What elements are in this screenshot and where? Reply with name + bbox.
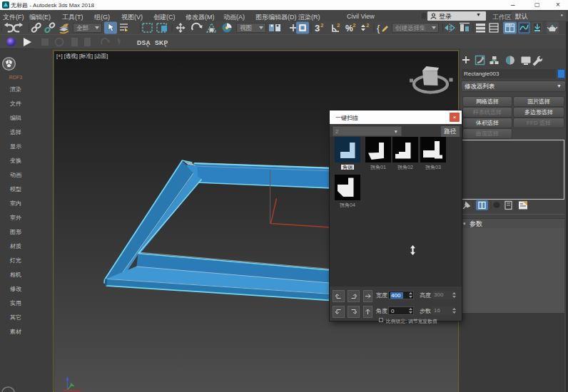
svg-text:MAX: MAX xyxy=(506,23,512,26)
svg-text:SKP: SKP xyxy=(155,39,168,46)
svg-text:3: 3 xyxy=(315,23,320,33)
svg-text:2: 2 xyxy=(337,22,340,29)
svg-text:{: { xyxy=(377,23,380,33)
svg-text:2: 2 xyxy=(366,22,370,29)
svg-text:DSA: DSA xyxy=(137,39,151,46)
svg-text:2: 2 xyxy=(320,22,324,29)
svg-text:2: 2 xyxy=(353,22,356,29)
